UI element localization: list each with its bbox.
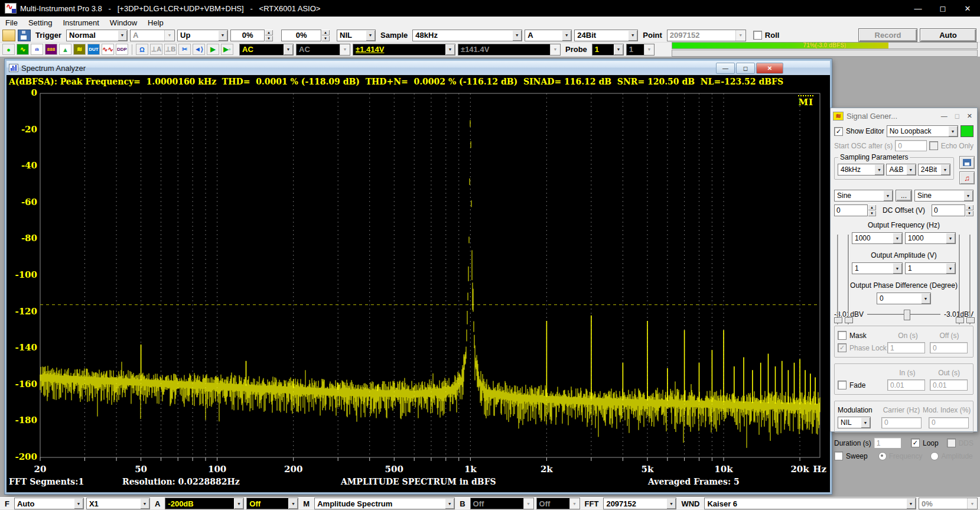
gen-channel-select[interactable]: A&B [886, 164, 916, 176]
siggen-minimize-button[interactable]: — [941, 112, 948, 120]
spectrum-restore-button[interactable]: ◻ [736, 63, 755, 74]
roll-checkbox[interactable]: Roll [753, 31, 780, 40]
dropdown-arrow-icon[interactable] [963, 190, 973, 201]
dropdown-arrow-icon[interactable] [118, 30, 127, 41]
modulation-mode-select[interactable]: NIL [838, 417, 871, 428]
dropdown-arrow-icon[interactable] [284, 44, 293, 55]
gen-bits-select[interactable]: 24Bit [918, 164, 950, 176]
dropdown-arrow-icon[interactable] [883, 190, 893, 201]
ddp-viewer-icon[interactable]: DDP [116, 44, 128, 55]
dropdown-arrow-icon[interactable] [628, 30, 637, 41]
slider-b-right[interactable] [966, 235, 974, 324]
spin-down-icon[interactable]: ▼ [965, 210, 974, 216]
menu-item-instrument[interactable]: Instrument [57, 17, 104, 28]
app-maximize-button[interactable]: ◻ [930, 0, 955, 17]
mask-checkbox[interactable]: Mask [838, 331, 887, 340]
gen-sampling-rate-select[interactable]: 48kHz [838, 164, 884, 176]
spin-down-icon[interactable]: ▼ [265, 35, 273, 41]
dropdown-arrow-icon[interactable] [366, 30, 375, 41]
menu-item-setting[interactable]: Setting [23, 17, 57, 28]
phase-select[interactable]: 0 [877, 293, 931, 304]
menu-item-window[interactable]: Window [105, 17, 142, 28]
run-icon[interactable]: ▶ [207, 44, 219, 55]
trigger-level-stepper[interactable]: 0%▲▼ [230, 30, 273, 41]
dropdown-arrow-icon[interactable] [893, 263, 902, 274]
dropdown-arrow-icon[interactable] [874, 164, 884, 175]
trigger-delay-stepper[interactable]: 0%▲▼ [281, 30, 330, 41]
sampling-channel-select[interactable]: A [525, 30, 572, 41]
generator-run-button[interactable] [961, 125, 974, 137]
range-a-display-select[interactable]: -200dB [165, 498, 244, 509]
probe-a-select[interactable]: 1 [592, 44, 624, 56]
spectrum-analyzer-titlebar[interactable]: Spectrum Analyzer — ◻ ✕ [6, 61, 830, 76]
slider-thumb[interactable] [845, 317, 853, 323]
shift-a-select[interactable]: Off [246, 498, 298, 509]
display-mode-select[interactable]: Amplitude Spectrum [314, 498, 455, 509]
trigger-edge-select[interactable]: Up [177, 30, 228, 41]
spectrum-close-button[interactable]: ✕ [756, 63, 783, 74]
dropdown-arrow-icon[interactable] [562, 30, 571, 41]
sweep-checkbox[interactable]: Sweep [834, 451, 868, 460]
auto-button[interactable]: Auto [920, 28, 976, 42]
input-b-icon[interactable]: ⊥B [164, 44, 177, 55]
dropdown-arrow-icon[interactable] [218, 30, 227, 41]
spin-up-icon[interactable]: ▲ [868, 204, 876, 210]
loop-checkbox[interactable]: Loop [911, 438, 939, 447]
slider-thumb[interactable] [834, 317, 842, 323]
spin-up-icon[interactable]: ▲ [321, 30, 330, 35]
freq-axis-mode-select[interactable]: Auto [14, 498, 84, 509]
save-signal-button[interactable] [959, 156, 975, 169]
spectrum-3d-plotter-icon[interactable]: ▲ [59, 44, 71, 55]
record-ready-icon[interactable]: ● [2, 44, 15, 55]
dropdown-arrow-icon[interactable] [893, 233, 902, 243]
dropdown-arrow-icon[interactable] [861, 417, 870, 428]
sweep-amplitude-radio[interactable]: Amplitude [930, 452, 972, 460]
derived-data-point-icon[interactable]: ∿∿ [102, 44, 114, 55]
waveform-a-select[interactable]: Sine [834, 190, 893, 202]
dropdown-arrow-icon[interactable] [921, 293, 930, 304]
amplitude-sliders-left[interactable] [834, 235, 852, 324]
dropdown-arrow-icon[interactable] [140, 498, 149, 509]
show-editor-checkbox[interactable]: Show Editor [834, 127, 884, 136]
siggen-close-button[interactable]: ✕ [967, 112, 972, 120]
sampling-bits-select[interactable]: 24Bit [574, 30, 638, 41]
frequency-a-select[interactable]: 1000 [852, 232, 903, 244]
music-notes-button[interactable]: ♫ [959, 171, 975, 184]
dropdown-arrow-icon[interactable] [946, 263, 955, 274]
signal-generator-titlebar[interactable]: ≋ Signal Gener... — ◻ ✕ [831, 108, 977, 122]
coupling-a-select[interactable]: AC [239, 44, 294, 56]
spin-up-icon[interactable]: ▲ [965, 204, 974, 210]
dropdown-arrow-icon[interactable] [906, 498, 916, 509]
dropdown-arrow-icon[interactable] [948, 126, 958, 137]
amplitude-a-select[interactable]: 1 [852, 262, 903, 274]
window-function-select[interactable]: Kaiser 6 [704, 498, 916, 509]
spin-down-icon[interactable]: ▼ [868, 210, 876, 216]
multimeter-icon[interactable]: 888 [45, 44, 57, 55]
amplitude-b-select[interactable]: 1 [905, 262, 956, 274]
slider-thumb[interactable] [956, 317, 964, 323]
slider-a-left[interactable] [834, 235, 841, 324]
slider-b-left[interactable] [845, 235, 852, 324]
app-minimize-button[interactable]: — [906, 0, 930, 17]
spectrum-analyzer-icon[interactable]: ılı [31, 44, 43, 55]
dc-offset-b-stepper[interactable]: 0▲▼ [932, 204, 974, 216]
device-test-plan-icon[interactable]: DUT [87, 44, 100, 55]
dropdown-arrow-icon[interactable] [614, 44, 623, 55]
open-setting-icon[interactable] [2, 30, 15, 41]
sampling-rate-select[interactable]: 48kHz [412, 30, 522, 41]
slider-thumb[interactable] [966, 317, 975, 323]
spin-down-icon[interactable]: ▼ [321, 35, 330, 41]
save-setting-icon[interactable] [18, 30, 31, 41]
dropdown-arrow-icon[interactable] [906, 164, 916, 175]
dropdown-arrow-icon[interactable] [512, 30, 522, 41]
more-waveform-button[interactable]: ... [896, 190, 912, 202]
phase-slider[interactable] [866, 309, 942, 320]
dropdown-arrow-icon[interactable] [445, 44, 455, 55]
alarm-icon[interactable]: Ω [136, 44, 148, 55]
dropdown-arrow-icon[interactable] [666, 498, 676, 509]
calibration-icon[interactable]: ✂ [178, 44, 191, 55]
slider-a-right[interactable] [956, 235, 963, 324]
dropdown-arrow-icon[interactable] [946, 233, 955, 243]
dropdown-arrow-icon[interactable] [445, 498, 454, 509]
dropdown-arrow-icon[interactable] [74, 498, 83, 509]
